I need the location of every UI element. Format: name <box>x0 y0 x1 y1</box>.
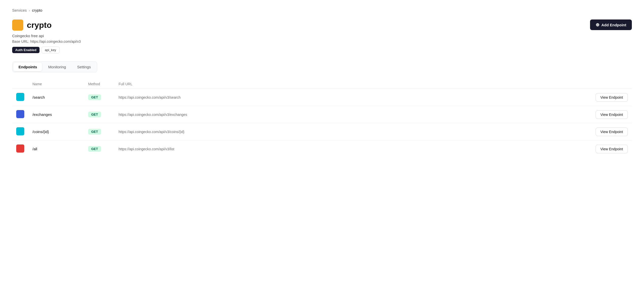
service-info: crypto Coingecko free api Base URL: http… <box>12 19 81 53</box>
col-header-action <box>591 79 632 89</box>
endpoint-color-icon <box>16 127 24 135</box>
tab-endpoints[interactable]: Endpoints <box>13 63 42 71</box>
breadcrumb-current: crypto <box>32 8 42 12</box>
tab-settings[interactable]: Settings <box>72 63 96 71</box>
endpoint-name: /exchanges <box>32 112 52 117</box>
row-url-cell: https://api.coingecko.com/api/v3/coins/{… <box>115 123 591 140</box>
table-row: /exchanges GET https://api.coingecko.com… <box>12 106 632 123</box>
row-icon-cell <box>12 106 28 123</box>
row-name-cell: /coins/{id} <box>28 123 84 140</box>
endpoint-name: /search <box>32 95 45 99</box>
endpoint-color-icon <box>16 144 24 153</box>
table-row: /coins/{id} GET https://api.coingecko.co… <box>12 123 632 140</box>
view-endpoint-button[interactable]: View Endpoint <box>596 110 628 119</box>
endpoint-color-icon <box>16 93 24 101</box>
row-method-cell: GET <box>84 140 115 158</box>
service-header: crypto Coingecko free api Base URL: http… <box>12 19 632 53</box>
row-name-cell: /all <box>28 140 84 158</box>
row-icon-cell <box>12 140 28 158</box>
row-url-cell: https://api.coingecko.com/api/v3/exchang… <box>115 106 591 123</box>
endpoint-name: /all <box>32 147 37 151</box>
table-row: /search GET https://api.coingecko.com/ap… <box>12 89 632 106</box>
service-title: crypto <box>27 20 52 30</box>
row-action-cell: View Endpoint <box>591 140 632 158</box>
service-description: Coingecko free api <box>12 34 81 38</box>
row-action-cell: View Endpoint <box>591 89 632 106</box>
row-icon-cell <box>12 123 28 140</box>
tag-api-key: api_key <box>42 47 60 53</box>
row-url-cell: https://api.coingecko.com/api/v3/search <box>115 89 591 106</box>
service-icon <box>12 19 23 31</box>
method-badge: GET <box>88 112 101 117</box>
endpoints-table: Name Method Full URL /search GET https:/… <box>12 79 632 157</box>
breadcrumb-services-link[interactable]: Services <box>12 8 27 12</box>
table-header-row: Name Method Full URL <box>12 79 632 89</box>
col-header-name: Name <box>28 79 84 89</box>
table-row: /all GET https://api.coingecko.com/api/v… <box>12 140 632 158</box>
row-method-cell: GET <box>84 106 115 123</box>
row-action-cell: View Endpoint <box>591 123 632 140</box>
add-endpoint-label: Add Endpoint <box>601 23 626 27</box>
endpoint-full-url: https://api.coingecko.com/api/v3/list <box>119 147 174 151</box>
service-title-row: crypto <box>12 19 81 31</box>
add-endpoint-button[interactable]: ⊕ Add Endpoint <box>590 19 632 30</box>
col-header-url: Full URL <box>115 79 591 89</box>
method-badge: GET <box>88 94 101 100</box>
endpoint-color-icon <box>16 110 24 118</box>
row-method-cell: GET <box>84 123 115 140</box>
add-endpoint-icon: ⊕ <box>596 23 599 27</box>
tabs-container: Endpoints Monitoring Settings <box>12 61 97 72</box>
endpoint-full-url: https://api.coingecko.com/api/v3/coins/{… <box>119 130 184 134</box>
service-tags: Auth Enabled api_key <box>12 47 81 53</box>
service-base-url: Base URL: https://api.coingecko.com/api/… <box>12 39 81 44</box>
row-action-cell: View Endpoint <box>591 106 632 123</box>
breadcrumb: Services › crypto <box>12 8 632 12</box>
breadcrumb-separator: › <box>29 8 30 12</box>
view-endpoint-button[interactable]: View Endpoint <box>596 128 628 136</box>
col-header-method: Method <box>84 79 115 89</box>
base-url-label: Base URL: <box>12 39 29 44</box>
base-url-value: https://api.coingecko.com/api/v3 <box>30 39 81 44</box>
method-badge: GET <box>88 129 101 135</box>
tab-monitoring[interactable]: Monitoring <box>43 63 71 71</box>
view-endpoint-button[interactable]: View Endpoint <box>596 145 628 153</box>
view-endpoint-button[interactable]: View Endpoint <box>596 93 628 102</box>
row-name-cell: /exchanges <box>28 106 84 123</box>
endpoint-name: /coins/{id} <box>32 130 49 134</box>
tag-auth-enabled: Auth Enabled <box>12 47 40 53</box>
method-badge: GET <box>88 146 101 152</box>
endpoint-full-url: https://api.coingecko.com/api/v3/exchang… <box>119 113 187 117</box>
row-method-cell: GET <box>84 89 115 106</box>
endpoint-full-url: https://api.coingecko.com/api/v3/search <box>119 95 181 99</box>
col-header-icon <box>12 79 28 89</box>
row-name-cell: /search <box>28 89 84 106</box>
row-icon-cell <box>12 89 28 106</box>
row-url-cell: https://api.coingecko.com/api/v3/list <box>115 140 591 158</box>
